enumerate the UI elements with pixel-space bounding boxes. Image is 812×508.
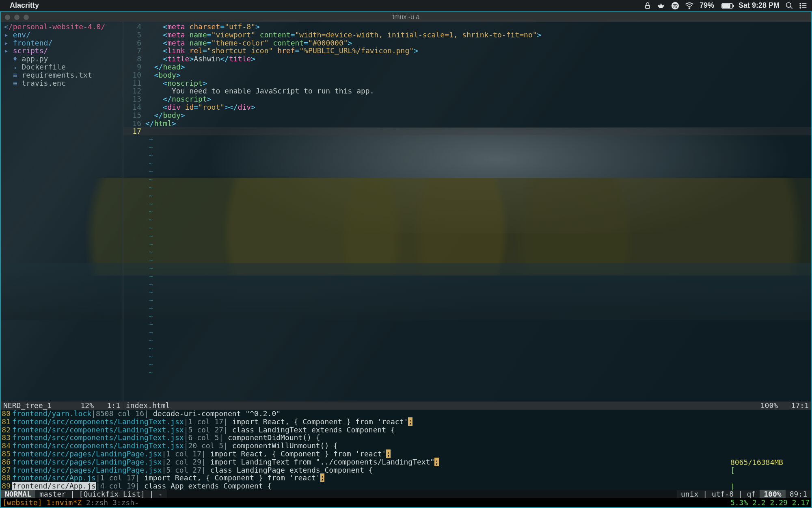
app-name[interactable]: Alacritty: [10, 2, 39, 10]
code-line[interactable]: 11 <noscript>: [123, 79, 811, 87]
line-number: 14: [123, 103, 145, 111]
battery-icon[interactable]: [720, 3, 733, 9]
quickfix-row[interactable]: 87 frontend/src/pages/LandingPage.jsx|5 …: [1, 466, 811, 474]
qf-code: class App extends Component {: [140, 482, 272, 490]
code-line[interactable]: 8 <title>Ashwin</title>: [123, 55, 811, 63]
svg-point-10: [800, 5, 801, 7]
qf-file: frontend/yarn.lock: [12, 410, 91, 418]
nerdtree-panel[interactable]: </personal-website-4.0/ ▸ env/ ▸ fronten…: [1, 22, 123, 402]
quickfix-row[interactable]: 88 frontend/src/App.js|1 col 17| import …: [1, 474, 811, 482]
empty-line-tilde: ~: [145, 345, 153, 353]
qf-position: |4 col 19|: [96, 482, 140, 490]
menubar-clock[interactable]: Sat 9:28 PM: [739, 2, 780, 10]
empty-line-tilde: ~: [145, 304, 153, 313]
code-line[interactable]: 6 <meta name="theme-color" content="#000…: [123, 39, 811, 47]
code-line[interactable]: 14 <div id="root"></div>: [123, 103, 811, 111]
code-line[interactable]: 13 </noscript>: [123, 95, 811, 103]
code-line[interactable]: 7 <link rel="shortcut icon" href="%PUBLI…: [123, 47, 811, 55]
empty-line-tilde: ~: [145, 256, 153, 264]
code-line[interactable]: 10 <body>: [123, 71, 811, 79]
empty-line-tilde: ~: [145, 240, 153, 248]
tmux-load: 2.2 2.29 2.17: [752, 498, 810, 507]
code-line[interactable]: 15 </body>: [123, 111, 811, 119]
window-minimize-button[interactable]: [14, 15, 19, 20]
quickfix-row[interactable]: 84 frontend/src/components/LandingText.j…: [1, 442, 811, 450]
empty-line-tilde: ~: [145, 296, 153, 304]
tmux-session[interactable]: [website]: [2, 499, 42, 507]
code-line[interactable]: 16</html>: [123, 119, 811, 128]
qf-line-number: 87: [1, 466, 12, 474]
quickfix-row[interactable]: 86 frontend/src/pages/LandingPage.jsx|2 …: [1, 458, 811, 466]
empty-line-tilde: ~: [145, 216, 153, 224]
quickfix-row[interactable]: 89 frontend/src/App.js|4 col 19| class A…: [1, 482, 811, 490]
tmux-memory: 8065/16384MB: [730, 458, 783, 467]
qf-file: frontend/src/App.js: [12, 474, 96, 482]
buffer-pos: 17:1: [791, 401, 809, 410]
line-number: 17: [123, 127, 145, 135]
spotify-icon[interactable]: [671, 2, 679, 10]
nerdtree-dir[interactable]: env/: [13, 30, 30, 39]
nerdtree-dir[interactable]: frontend/: [13, 39, 53, 47]
nerdtree-status-name: NERD_tree_1: [3, 402, 52, 410]
qf-line-number: 89: [1, 482, 12, 490]
qf-file: frontend/src/pages/LandingPage.jsx: [12, 466, 162, 474]
vim-mode: NORMAL: [1, 490, 35, 498]
quickfix-row[interactable]: 81 frontend/src/components/LandingText.j…: [1, 418, 811, 426]
battery-percent[interactable]: 79%: [700, 2, 714, 10]
buffer-flag: -: [158, 490, 163, 498]
code-pane[interactable]: 4 <meta charset="utf-8">5 <meta name="vi…: [123, 22, 811, 402]
empty-line-tilde: ~: [145, 280, 153, 289]
docker-icon[interactable]: [657, 2, 665, 10]
lock-icon[interactable]: [644, 2, 652, 10]
nerdtree-statusbar: NERD_tree_1 12% 1:1: [1, 402, 123, 410]
quickfix-row[interactable]: 85 frontend/src/pages/LandingPage.jsx|1 …: [1, 450, 811, 458]
quickfix-row[interactable]: 83 frontend/src/components/LandingText.j…: [1, 434, 811, 442]
empty-line-tilde: ~: [145, 336, 153, 345]
qf-code: componentDidMount() {: [223, 434, 320, 442]
empty-line-tilde: ~: [145, 272, 153, 280]
quickfix-row[interactable]: 82 frontend/src/components/LandingText.j…: [1, 426, 811, 434]
svg-rect-5: [661, 4, 662, 5]
empty-line-tilde: ~: [145, 160, 153, 168]
empty-line-tilde: ~: [145, 313, 153, 321]
nerdtree-file[interactable]: requirements.txt: [22, 71, 92, 79]
qf-position: |1 col 17|: [162, 450, 205, 458]
window-close-button[interactable]: [5, 15, 10, 20]
window-titlebar[interactable]: tmux -u a: [1, 12, 811, 22]
empty-line-tilde: ~: [145, 192, 153, 200]
code-text: </body>: [145, 111, 185, 119]
quickfix-list[interactable]: 80 frontend/yarn.lock|8508 col 16| decod…: [1, 410, 811, 490]
nerdtree-file[interactable]: Dockerfile: [22, 63, 66, 71]
nerdtree-file[interactable]: app.py: [22, 54, 48, 63]
qf-file: frontend/src/pages/LandingPage.jsx: [12, 450, 162, 458]
nerdtree-root[interactable]: /personal-website-4.0/: [9, 22, 105, 31]
empty-line-tilde: ~: [145, 167, 153, 176]
code-line[interactable]: 5 <meta name="viewport" content="width=d…: [123, 31, 811, 39]
nerdtree-file[interactable]: travis.enc: [22, 79, 65, 87]
svg-point-8: [786, 3, 791, 8]
nerdtree-dir[interactable]: scripts/: [13, 46, 48, 55]
code-line[interactable]: 12 You need to enable JavaScript to run …: [123, 87, 811, 95]
tmux-window[interactable]: 1:nvim*Z: [46, 498, 82, 507]
empty-line-tilde: ~: [145, 328, 153, 336]
qf-code: import LandingText from "../components/L…: [206, 458, 439, 466]
window-zoom-button[interactable]: [24, 15, 29, 20]
spotlight-search-icon[interactable]: [785, 2, 793, 10]
code-line[interactable]: 4 <meta charset="utf-8">: [123, 23, 811, 31]
quickfix-row[interactable]: 80 frontend/yarn.lock|8508 col 16| decod…: [1, 410, 811, 418]
tmux-statusline: [website] 1:nvim*Z 2:zsh 3:zsh- 8065/163…: [1, 498, 811, 507]
window-title: tmux -u a: [393, 13, 420, 21]
code-line[interactable]: 17: [123, 127, 811, 135]
buffer-name: [Quickfix List]: [79, 490, 145, 498]
code-line[interactable]: 9 </head>: [123, 63, 811, 71]
qf-line-number: 83: [1, 434, 12, 442]
tmux-window[interactable]: 3:zsh-: [112, 498, 139, 507]
line-number: 13: [123, 95, 145, 103]
line-number: 11: [123, 79, 145, 87]
code-text: <div id="root"></div>: [145, 103, 255, 111]
menubar-list-icon[interactable]: [799, 2, 807, 10]
line-number: 10: [123, 71, 145, 79]
tmux-window[interactable]: 2:zsh: [86, 498, 108, 507]
qf-code: componentWillUnmount() {: [228, 442, 338, 450]
wifi-icon[interactable]: [685, 1, 694, 10]
